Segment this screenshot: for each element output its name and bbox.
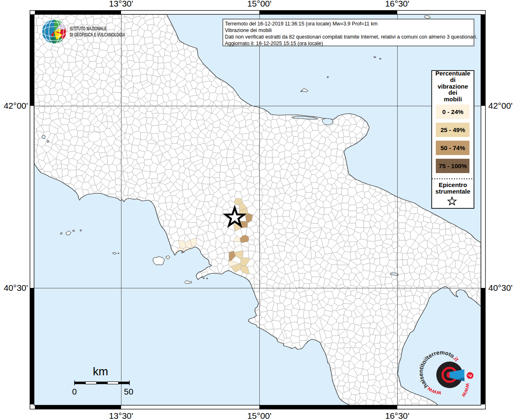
svg-text:Terremoto del 16-12-2019 11:36: Terremoto del 16-12-2019 11:36:15 (ora l… <box>225 21 378 27</box>
svg-text:50: 50 <box>124 387 133 396</box>
svg-text:ISTITUTO NAZIONALE: ISTITUTO NAZIONALE <box>70 26 107 32</box>
svg-text:dei: dei <box>449 89 458 96</box>
svg-text:0 - 24%: 0 - 24% <box>442 108 464 115</box>
svg-text:DI GEOFISICA E VULCANOLOGIA: DI GEOFISICA E VULCANOLOGIA <box>70 32 125 38</box>
svg-text:15°00': 15°00' <box>247 411 271 420</box>
svg-text:40°30': 40°30' <box>4 283 28 292</box>
svg-text:Aggiornato il: 16-12-2025 15:1: Aggiornato il: 16-12-2025 15:15 (ora loc… <box>225 41 323 46</box>
svg-text:mobili: mobili <box>444 96 462 103</box>
svg-text:km: km <box>93 365 108 378</box>
svg-text:di: di <box>450 76 455 83</box>
svg-text:50 - 74%: 50 - 74% <box>440 144 465 151</box>
svg-text:Dati non verificati estratti d: Dati non verificati estratti da 82 quest… <box>225 34 477 40</box>
svg-text:0: 0 <box>72 387 77 396</box>
svg-text:42°00': 42°00' <box>4 101 28 110</box>
svg-text:13°30': 13°30' <box>109 411 133 420</box>
svg-text:75 - 100%: 75 - 100% <box>439 162 467 169</box>
svg-text:25 - 49%: 25 - 49% <box>440 126 465 133</box>
svg-text:42°00': 42°00' <box>488 101 513 110</box>
svg-text:Percentuale: Percentuale <box>435 70 470 77</box>
svg-text:strumentale: strumentale <box>435 188 470 195</box>
svg-text:Vibrazione dei mobili: Vibrazione dei mobili <box>225 27 272 33</box>
svg-text:Epicentro: Epicentro <box>439 181 467 188</box>
svg-text:16°30': 16°30' <box>385 411 409 420</box>
svg-text:15°00': 15°00' <box>247 0 271 8</box>
svg-text:40°30': 40°30' <box>488 283 513 292</box>
svg-text:13°30': 13°30' <box>109 0 133 8</box>
svg-text:vibrazione: vibrazione <box>437 83 468 90</box>
svg-text:16°30': 16°30' <box>385 0 409 8</box>
